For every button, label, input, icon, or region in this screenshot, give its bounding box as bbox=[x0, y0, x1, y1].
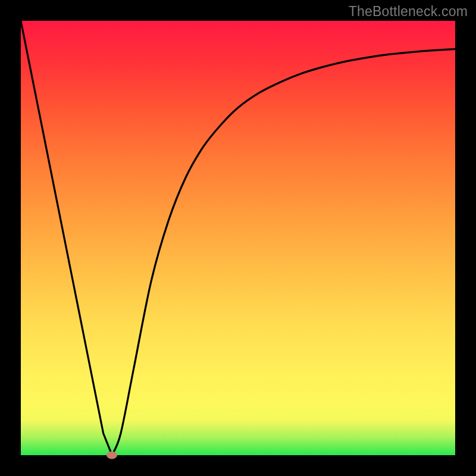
plot-area bbox=[21, 21, 455, 455]
curve-svg bbox=[21, 21, 455, 455]
optimum-marker bbox=[107, 452, 117, 459]
chart-frame: TheBottleneck.com bbox=[0, 0, 476, 476]
bottleneck-curve bbox=[21, 21, 455, 455]
watermark-text: TheBottleneck.com bbox=[349, 4, 468, 20]
